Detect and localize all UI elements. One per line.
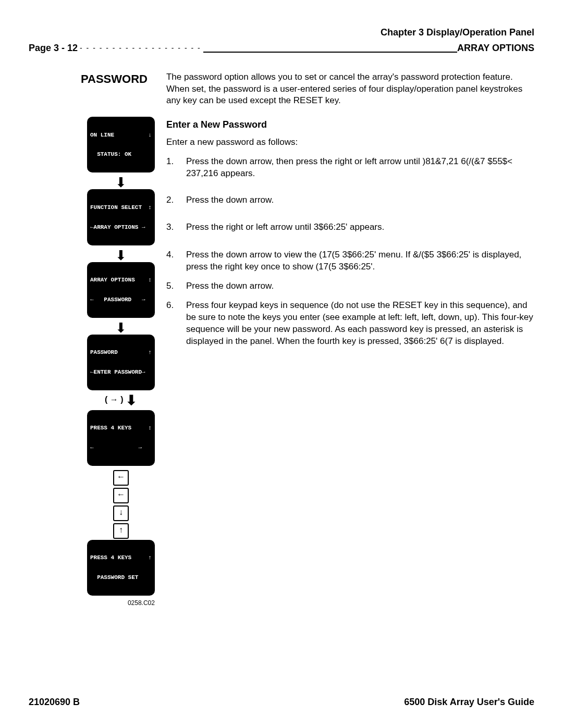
step-item: 1.Press the down arrow, then press the r…: [166, 156, 534, 180]
sub-heading: Enter a New Password: [166, 118, 534, 131]
intro-paragraph: The password option allows you to set or…: [166, 71, 534, 107]
key-down-icon: ↓: [113, 505, 129, 521]
sub-intro: Enter a new password as follows:: [166, 137, 534, 149]
lcd-panel-press-4-keys: PRESS 4 KEYS↕ ← →: [87, 410, 155, 466]
key-up-icon: ↑: [113, 523, 129, 539]
dash-leader: - - - - - - - - - - - - - - - - - - -: [80, 43, 201, 53]
page-header: Chapter 3 Display/Operation Panel Page 3…: [0, 0, 563, 55]
steps-list: 1.Press the down arrow, then press the r…: [166, 156, 534, 348]
figure-caption: 0258.C02: [87, 599, 155, 607]
chapter-line: Chapter 3 Display/Operation Panel: [29, 26, 534, 39]
right-column: The password option allows you to set or…: [166, 71, 534, 608]
step-item: 3.Press the right or left arrow until 3$…: [166, 221, 534, 233]
down-arrow-icon: ⬇: [126, 392, 137, 408]
subheader-row: Page 3 - 12 - - - - - - - - - - - - - - …: [29, 42, 534, 54]
lcd-panel-function-select: FUNCTION SELECT↕ ←ARRAY OPTIONS →: [87, 189, 155, 245]
key-left-icon: ←: [113, 470, 129, 486]
lcd-panel-array-options: ARRAY OPTIONS↕ ← PASSWORD →: [87, 262, 155, 318]
section-title: PASSWORD: [81, 71, 161, 87]
lcd-panel-password-set: PRESS 4 KEYS↑ PASSWORD SET: [87, 540, 155, 596]
section-name: ARRAY OPTIONS: [457, 42, 534, 54]
lcd-panel-online: ON LINE↓ STATUS: OK: [87, 117, 155, 172]
header-rule: [203, 52, 457, 53]
step-item: 4.Press the down arrow to view the (17(5…: [166, 249, 534, 273]
lcd-panel-password: PASSWORD↑ ←ENTER PASSWORD→: [87, 335, 155, 390]
down-arrow-icon: ⬇: [81, 321, 161, 335]
doc-number: 21020690 B: [29, 696, 80, 708]
left-column: PASSWORD ON LINE↓ STATUS: OK ⬇ FUNCTION …: [81, 71, 166, 608]
paren-right-arrow: ( → ) ⬇: [81, 393, 161, 407]
down-arrow-icon: ⬇: [81, 249, 161, 262]
step-item: 2.Press the down arrow.: [166, 194, 534, 206]
page-number: Page 3 - 12: [29, 42, 78, 54]
doc-title: 6500 Disk Array User's Guide: [404, 696, 534, 708]
step-item: 5.Press the down arrow.: [166, 280, 534, 292]
step-item: 6.Press four keypad keys in sequence (do…: [166, 300, 534, 348]
page-footer: 21020690 B 6500 Disk Array User's Guide: [29, 696, 534, 708]
key-left-icon: ←: [113, 488, 129, 503]
down-arrow-icon: ⬇: [81, 176, 161, 189]
